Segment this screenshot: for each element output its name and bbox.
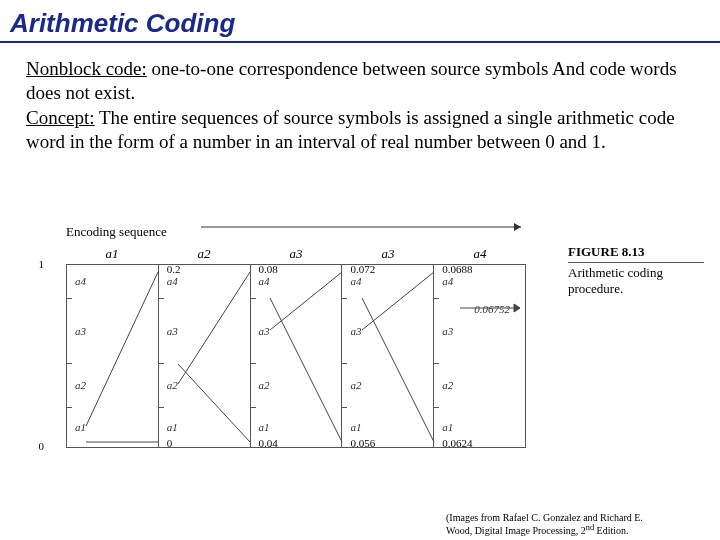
interval-bot: 0.04 [259,437,278,449]
interval-bot: 0.0624 [442,437,472,449]
seq-sym: a2 [158,246,250,262]
slide-title: Arithmetic Coding [0,0,720,43]
interval-top: 0.0688 [442,263,472,275]
figure-number: FIGURE 8.13 [568,244,704,263]
a-label: a3 [75,325,86,337]
column: 0.08 a4 a3 a2 a1 0.04 [250,265,342,447]
credit-line2: Wood, Digital Image Processing, 2 [446,525,586,536]
seq-sym: a1 [66,246,158,262]
encoding-sequence-label: Encoding sequence [66,224,167,240]
image-credit: (Images from Rafael C. Gonzalez and Rich… [446,512,706,536]
figure-caption: FIGURE 8.13 Arithmetic coding procedure. [568,242,704,297]
axis-tick-label: 1 [39,258,45,270]
sequence-symbols: a1 a2 a3 a3 a4 [66,246,526,262]
text-concept: Concept: [26,107,95,128]
column: 0.0688 a4 0.06752 a3 a2 a1 0.0624 [433,265,526,447]
a-label: a2 [75,379,86,391]
a-label: a1 [350,421,361,433]
credit-line1: (Images from Rafael C. Gonzalez and Rich… [446,512,643,523]
a-label: a1 [167,421,178,433]
a-label: a2 [350,379,361,391]
text-p2: The entire sequences of source symbols i… [26,107,675,152]
interval-bot: 0 [167,437,173,449]
a-label: a3 [167,325,178,337]
a-label: a4 [75,275,86,287]
svg-marker-1 [514,223,521,231]
a-label: a3 [442,325,453,337]
seq-sym: a3 [250,246,342,262]
a-label: a4 [259,275,270,287]
extra-label: 0.06752 [474,303,510,315]
a-label: a1 [442,421,453,433]
credit-sup: nd [586,523,594,532]
a-label: a2 [442,379,453,391]
interval-top: 0.072 [350,263,375,275]
column: 0.2 a4 a3 a2 a1 0 [158,265,250,447]
a-label: a4 [350,275,361,287]
a-label: a4 [442,275,453,287]
a-label: a2 [167,379,178,391]
a-label: a3 [350,325,361,337]
interval-top: 0.08 [259,263,278,275]
interval-columns: a4 a3 a2 a1 0.2 a4 a3 a2 a1 0 0.08 a4 a3… [66,264,526,448]
interval-top: 0.2 [167,263,181,275]
figure-text: Arithmetic coding procedure. [568,265,704,297]
a-label: a2 [259,379,270,391]
a-label: a3 [259,325,270,337]
a-label: a4 [167,275,178,287]
body-paragraph: Nonblock code: one-to-one correspondence… [0,57,720,154]
seq-sym: a4 [434,246,526,262]
column: 0.072 a4 a3 a2 a1 0.056 [341,265,433,447]
credit-line3: Edition. [594,525,628,536]
seq-sym: a3 [342,246,434,262]
a-label: a1 [75,421,86,433]
a-label: a1 [259,421,270,433]
interval-bot: 0.056 [350,437,375,449]
axis-tick-label: 0 [39,440,45,452]
figure-container: Encoding sequence a1 a2 a3 a3 a4 1 0 a4 … [26,242,708,506]
column: a4 a3 a2 a1 [66,265,158,447]
text-nonblock: Nonblock code: [26,58,147,79]
